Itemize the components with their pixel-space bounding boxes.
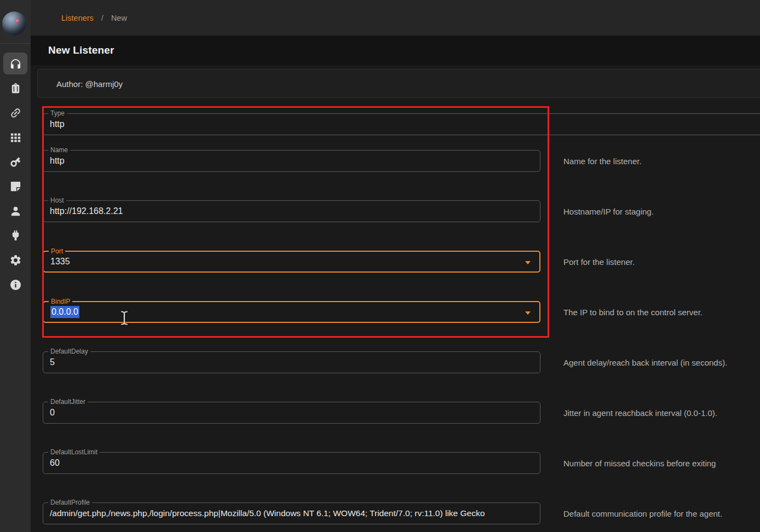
breadcrumb-separator: / [101,14,103,22]
field-row-port: Port 1335 Port for the listener. [43,251,540,273]
breadcrumb: Listeners / New [61,0,127,36]
field-value: 1335 [44,252,539,271]
field-description: Number of missed checkins before exiting [563,452,716,474]
field-row-defaultjitter: DefaultJitter 0 Jitter in agent reachbac… [43,402,540,424]
author-text: Author: @harmj0y [56,70,123,99]
sidebar-item-stagers[interactable] [3,77,27,99]
headphones-icon [9,57,22,70]
sidebar-item-connections[interactable] [3,102,27,124]
selected-text: 0.0.0.0 [50,306,79,318]
name-field[interactable]: Name http [43,150,540,172]
sidebar-divider [0,43,31,44]
sidebar-item-listeners[interactable] [3,53,27,74]
port-select[interactable]: Port 1335 [43,251,540,273]
briefcase-icon [9,82,22,95]
field-value: 60 [43,453,540,473]
host-field[interactable]: Host http://192.168.2.21 [43,200,540,222]
sidebar-item-reporting[interactable] [3,175,27,197]
field-row-host: Host http://192.168.2.21 Hostname/IP for… [43,200,540,222]
chevron-down-icon[interactable] [525,261,531,264]
field-row-name: Name http Name for the listener. [43,150,540,172]
starkiller-logo [2,11,26,36]
field-value: 0 [43,402,540,423]
chevron-down-icon[interactable] [525,311,531,315]
breadcrumb-current: New [111,14,127,22]
sidebar-item-about[interactable] [3,274,27,296]
sidebar-item-modules[interactable] [3,126,27,148]
field-row-bindip: BindIP 0.0.0.0 The IP to bind to on the … [43,301,540,323]
type-field[interactable]: Type http [43,113,760,135]
user-icon [9,205,22,217]
field-description: Hostname/IP for staging. [563,200,654,222]
field-description: Port for the listener. [563,251,635,273]
defaultlostlimit-field[interactable]: DefaultLostLimit 60 [43,452,540,474]
field-description: Default communication profile for the ag… [563,502,722,524]
bindip-select[interactable]: BindIP 0.0.0.0 [43,301,540,323]
gear-icon [9,254,22,267]
field-row-defaultdelay: DefaultDelay 5 Agent delay/reach back in… [43,351,540,373]
starkiller-new-listener-page: { "breadcrumb": { "section": "Listeners"… [0,0,760,532]
sidebar-item-settings[interactable] [3,249,27,271]
plug-icon [9,229,22,242]
key-icon [9,155,22,168]
defaultprofile-field[interactable]: DefaultProfile /admin/get.php,/news.php,… [43,502,540,524]
sidebar-item-users[interactable] [3,200,27,222]
author-card: Author: @harmj0y [37,69,760,98]
field-value: 0.0.0.0 [44,302,539,322]
top-bar: Listeners / New [31,0,760,36]
defaultdelay-field[interactable]: DefaultDelay 5 [43,351,540,373]
field-description: Agent delay/reach back interval (in seco… [563,351,727,373]
link-icon [9,107,22,119]
modules-grid-icon [9,131,22,144]
breadcrumb-listeners-link[interactable]: Listeners [61,14,94,22]
field-value: http [43,114,760,135]
sidebar [0,0,31,532]
field-value: /admin/get.php,/news.php,/login/process.… [43,503,540,524]
info-icon [9,279,22,291]
field-row-defaultprofile: DefaultProfile /admin/get.php,/news.php,… [43,502,540,524]
field-value: http://192.168.2.21 [43,201,540,222]
page-title: New Listener [48,36,114,65]
sidebar-item-credentials[interactable] [3,151,27,172]
sidebar-item-plugins[interactable] [3,224,27,246]
field-row-type: Type http [43,113,760,135]
field-value: 5 [43,352,540,373]
field-row-defaultlostlimit: DefaultLostLimit 60 Number of missed che… [43,452,540,474]
title-strip: New Listener [31,36,760,65]
field-description: Jitter in agent reachback interval (0.0-… [563,402,717,424]
note-icon [9,180,22,193]
field-description: Name for the listener. [563,150,642,172]
defaultjitter-field[interactable]: DefaultJitter 0 [43,402,540,424]
field-description: The IP to bind to on the control server. [563,301,703,323]
field-value: http [43,151,540,171]
